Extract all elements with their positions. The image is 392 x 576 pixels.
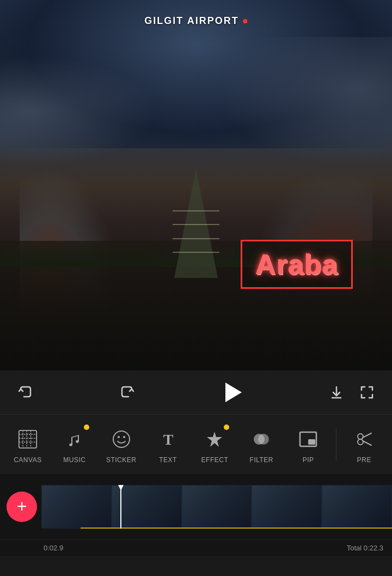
svg-marker-12 xyxy=(207,432,222,447)
svg-point-18 xyxy=(358,439,363,445)
text-icon: T xyxy=(158,429,178,449)
svg-text:T: T xyxy=(163,431,173,448)
overlay-text: Araba xyxy=(255,248,338,280)
play-button[interactable] xyxy=(218,378,246,407)
frame-thumbnail-3 xyxy=(182,486,252,528)
text-icon-wrap: T xyxy=(155,426,182,453)
undo-button[interactable] xyxy=(13,380,37,404)
tool-pre[interactable]: PRE xyxy=(345,426,383,464)
sticker-label: STICKER xyxy=(106,456,137,464)
current-time: 0:02.9 xyxy=(44,544,63,552)
frame-thumbnail-4 xyxy=(252,486,321,528)
controls-bar xyxy=(0,371,392,414)
sticker-icon xyxy=(112,429,131,449)
playhead xyxy=(120,485,121,529)
tool-text[interactable]: T TEXT xyxy=(149,426,187,464)
video-preview: GILGIT AIRPORT Araba xyxy=(0,0,392,371)
music-dot xyxy=(84,425,89,430)
svg-point-9 xyxy=(118,436,120,438)
timeline-frame-3 xyxy=(182,485,252,529)
export-area xyxy=(324,380,379,404)
timeline-track[interactable] xyxy=(41,485,392,529)
text-label: TEXT xyxy=(159,456,177,464)
pip-icon-wrap xyxy=(295,426,322,453)
fullscreen-button[interactable] xyxy=(355,380,379,404)
recording-indicator xyxy=(243,19,248,23)
timeline-frame-1 xyxy=(41,485,112,529)
svg-point-17 xyxy=(358,434,363,439)
add-icon: + xyxy=(17,498,27,515)
add-media-button[interactable]: + xyxy=(7,492,37,522)
pre-label: PRE xyxy=(357,456,371,464)
play-icon xyxy=(225,383,242,402)
effect-icon xyxy=(205,429,224,449)
timeline-progress-line xyxy=(81,528,392,529)
svg-marker-0 xyxy=(340,388,343,395)
svg-line-19 xyxy=(363,433,371,438)
text-overlay-araba[interactable]: Araba xyxy=(241,240,353,289)
svg-line-20 xyxy=(363,441,371,445)
redo-button[interactable] xyxy=(115,380,139,404)
video-background xyxy=(0,0,392,371)
runway-lines xyxy=(173,204,219,259)
tool-filter[interactable]: FILTER xyxy=(242,426,280,464)
filter-label: FILTER xyxy=(250,456,273,464)
pip-label: PIP xyxy=(303,456,314,464)
effect-dot xyxy=(224,425,229,430)
fullscreen-icon xyxy=(358,384,376,401)
video-title-bar: GILGIT AIRPORT xyxy=(144,15,247,27)
time-bar: 0:02.9 Total 0:22.3 xyxy=(0,539,392,556)
redo-icon xyxy=(119,384,136,401)
editing-toolbar: CANVAS MUSIC STICKER T TEX xyxy=(0,414,392,474)
tool-canvas[interactable]: CANVAS xyxy=(9,426,47,464)
cloud-left xyxy=(0,56,157,167)
frame-thumbnail-1 xyxy=(42,486,111,528)
filter-icon-wrap xyxy=(248,426,275,453)
music-icon-wrap xyxy=(61,426,88,453)
download-button[interactable] xyxy=(324,380,348,404)
timeline-frame-4 xyxy=(252,485,322,529)
timeline-area: + xyxy=(0,474,392,539)
frame-thumbnail-2 xyxy=(112,486,181,528)
total-time: Total 0:22.3 xyxy=(347,544,383,552)
svg-rect-1 xyxy=(19,430,36,447)
canvas-icon-wrap xyxy=(14,426,41,453)
cloud-right xyxy=(216,37,392,167)
timeline-frame-2 xyxy=(112,485,182,529)
timeline-frame-5 xyxy=(322,485,392,529)
video-title-text: GILGIT AIRPORT xyxy=(144,15,238,27)
pip-icon xyxy=(298,429,318,449)
music-icon xyxy=(65,429,84,449)
scissors-icon-wrap xyxy=(351,426,378,453)
tool-effect[interactable]: EFFECT xyxy=(195,426,234,464)
svg-point-14 xyxy=(258,434,269,445)
tool-sticker[interactable]: STICKER xyxy=(102,426,140,464)
music-label: MUSIC xyxy=(63,456,85,464)
svg-rect-16 xyxy=(308,439,315,445)
effect-icon-wrap xyxy=(201,426,228,453)
svg-point-10 xyxy=(123,436,125,438)
sticker-icon-wrap xyxy=(108,426,135,453)
download-icon xyxy=(328,384,345,401)
canvas-icon xyxy=(18,429,38,449)
canvas-label: CANVAS xyxy=(14,456,41,464)
toolbar-divider xyxy=(336,428,336,461)
filter-icon xyxy=(252,429,271,449)
effect-label: EFFECT xyxy=(201,456,229,464)
scissors-icon xyxy=(355,430,373,448)
svg-point-8 xyxy=(113,431,130,447)
tool-music[interactable]: MUSIC xyxy=(56,426,94,464)
frame-thumbnail-5 xyxy=(322,486,391,528)
undo-icon xyxy=(16,384,34,401)
tool-pip[interactable]: PIP xyxy=(289,426,327,464)
